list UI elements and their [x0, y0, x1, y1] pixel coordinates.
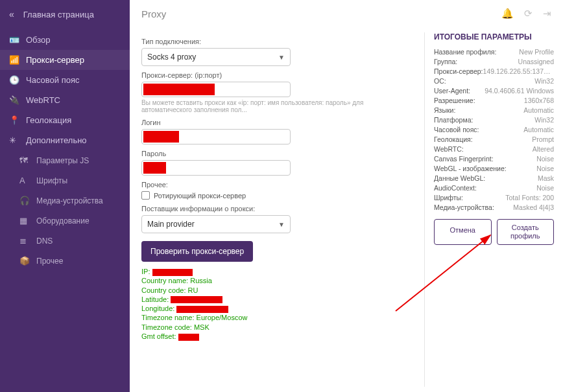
- create-profile-button[interactable]: Создать профиль: [497, 219, 555, 245]
- sidebar-item-label: Обзор: [26, 35, 51, 45]
- sidebar-item-label: DNS: [36, 236, 53, 246]
- result-country-code: Country code: RU: [141, 286, 414, 295]
- param-value: Automatic: [523, 106, 554, 114]
- param-row: WebRTC:Altered: [434, 145, 554, 153]
- sidebar-item-label: Дополнительно: [26, 135, 87, 145]
- refresh-icon[interactable]: ⟳: [524, 8, 533, 19]
- param-value: Noise: [536, 155, 554, 163]
- param-row: Медиа-устройства:Masked 4|4|3: [434, 203, 554, 211]
- proxy-hint: Вы можете вставить прокси как «ip: порт:…: [141, 99, 414, 113]
- summary-title: ИТОГОВЫЕ ПАРАМЕТРЫ: [434, 32, 554, 41]
- clock-icon: 🕒: [9, 75, 26, 85]
- param-row: User-Agent:94.0.4606.61 Windows: [434, 87, 554, 95]
- param-value: 1360x768: [524, 97, 554, 104]
- redacted-gmt: [178, 334, 199, 341]
- param-row: AudioContext:Noise: [434, 184, 554, 192]
- password-label: Пароль: [141, 150, 414, 157]
- proxy-results: IP: Country name: Russia Country code: R…: [141, 267, 414, 341]
- param-key: Группа:: [434, 58, 457, 65]
- result-country-name: Country name: Russia: [141, 276, 414, 285]
- param-key: ОС:: [434, 77, 446, 85]
- bell-icon[interactable]: 🔔: [501, 8, 514, 19]
- result-latitude: Latitude:: [141, 295, 414, 304]
- sidebar-item-label: Часовой пояс: [26, 75, 79, 85]
- result-longitude: Longitude:: [141, 304, 414, 313]
- plug-icon: 🔌: [9, 95, 26, 105]
- cancel-button[interactable]: Отмена: [434, 219, 492, 245]
- result-timezone-code: Timezone code: MSK: [141, 323, 414, 332]
- pin-icon: 📍: [9, 115, 26, 125]
- redacted-lon: [176, 306, 228, 313]
- param-key: Шрифты:: [434, 194, 463, 202]
- password-input[interactable]: [143, 162, 166, 174]
- chevron-left-icon: «: [9, 9, 14, 19]
- param-key: Данные WebGL:: [434, 174, 485, 182]
- chip-icon: ▦: [19, 216, 36, 225]
- provider-select[interactable]: Main provider ▼: [141, 215, 291, 233]
- sidebar: « Главная страница 🪪 Обзор 📶 Прокси-серв…: [0, 0, 130, 392]
- topbar: Proxy 🔔 ⟳ ⇥: [130, 0, 563, 27]
- form-column: Тип подключения: Socks 4 proxy ▼ Прокси-…: [141, 32, 424, 387]
- summary-buttons: Отмена Создать профиль: [434, 219, 554, 245]
- param-row: Разрешение:1360x768: [434, 97, 554, 104]
- sidebar-home[interactable]: « Главная страница: [0, 5, 130, 30]
- logout-icon[interactable]: ⇥: [543, 8, 551, 19]
- login-label: Логин: [141, 119, 414, 126]
- sidebar-item-hardware[interactable]: ▦ Оборудование: [10, 211, 130, 231]
- rotating-checkbox-row[interactable]: Ротирующий прокси-сервер: [141, 191, 414, 200]
- connection-type-select[interactable]: Socks 4 proxy ▼: [141, 48, 291, 66]
- param-key: Платформа:: [434, 116, 473, 124]
- sidebar-item-dns[interactable]: ≣ DNS: [10, 231, 130, 251]
- param-value: Win32: [534, 116, 554, 124]
- check-proxy-button[interactable]: Проверить прокси-сервер: [141, 241, 253, 262]
- param-value: Total Fonts: 200: [505, 194, 554, 202]
- param-key: Медиа-устройства:: [434, 203, 494, 211]
- param-row: Геолокация:Prompt: [434, 135, 554, 143]
- login-input[interactable]: [143, 131, 179, 143]
- list-icon: ≣: [19, 236, 36, 246]
- sidebar-item-webrtc[interactable]: 🔌 WebRTC: [0, 90, 130, 110]
- sidebar-item-geo[interactable]: 📍 Геолокация: [0, 110, 130, 130]
- proxy-server-input-wrapper: [141, 82, 291, 97]
- proxy-server-label: Прокси-сервер: (ip:порт): [141, 71, 414, 79]
- headphones-icon: 🎧: [19, 196, 36, 205]
- content: Тип подключения: Socks 4 proxy ▼ Прокси-…: [130, 27, 563, 392]
- param-row: Языки:Automatic: [434, 106, 554, 114]
- param-key: Canvas Fingerprint:: [434, 155, 494, 163]
- provider-label: Поставщик информации о прокси:: [141, 205, 414, 213]
- param-row: Часовой пояс:Automatic: [434, 126, 554, 133]
- map-icon: 🗺: [19, 156, 36, 165]
- sidebar-item-overview[interactable]: 🪪 Обзор: [0, 30, 130, 50]
- sidebar-item-label: Медиа-устройства: [36, 196, 103, 205]
- result-gmt-offset: Gmt offset:: [141, 332, 414, 341]
- proxy-server-input[interactable]: [143, 84, 215, 95]
- param-key: Языки:: [434, 106, 455, 114]
- sidebar-item-fonts[interactable]: A Шрифты: [10, 170, 130, 190]
- param-value: Automatic: [523, 126, 554, 133]
- sidebar-home-label: Главная страница: [23, 10, 94, 19]
- param-row: ОС:Win32: [434, 77, 554, 85]
- wifi-icon: 📶: [9, 55, 26, 65]
- sidebar-item-media[interactable]: 🎧 Медиа-устройства: [10, 190, 130, 211]
- sidebar-item-other[interactable]: 📦 Прочее: [10, 251, 130, 271]
- param-row: Название профиля:New Profile: [434, 48, 554, 56]
- rotating-label: Ротирующий прокси-сервер: [154, 192, 246, 200]
- summary-params: Название профиля:New ProfileГруппа:Unass…: [434, 48, 554, 211]
- app-root: « Главная страница 🪪 Обзор 📶 Прокси-серв…: [0, 0, 563, 392]
- sidebar-item-js-params[interactable]: 🗺 Параметры JS: [10, 150, 130, 170]
- sidebar-item-timezone[interactable]: 🕒 Часовой пояс: [0, 70, 130, 90]
- caret-down-icon: ▼: [278, 221, 285, 228]
- result-ip: IP:: [141, 267, 414, 276]
- redacted-ip: [152, 269, 193, 276]
- password-input-wrapper: [141, 160, 291, 176]
- param-value: Masked 4|4|3: [513, 203, 554, 211]
- sidebar-item-proxy[interactable]: 📶 Прокси-сервер: [0, 50, 130, 70]
- other-label: Прочее:: [141, 181, 414, 189]
- param-value: Noise: [536, 184, 554, 192]
- sidebar-item-advanced[interactable]: ✳ Дополнительно: [0, 130, 130, 150]
- checkbox-icon[interactable]: [141, 191, 150, 200]
- param-row: WebGL - изображение:Noise: [434, 165, 554, 172]
- param-key: Геолокация:: [434, 135, 473, 143]
- param-value: Prompt: [532, 135, 554, 143]
- param-row: Canvas Fingerprint:Noise: [434, 155, 554, 163]
